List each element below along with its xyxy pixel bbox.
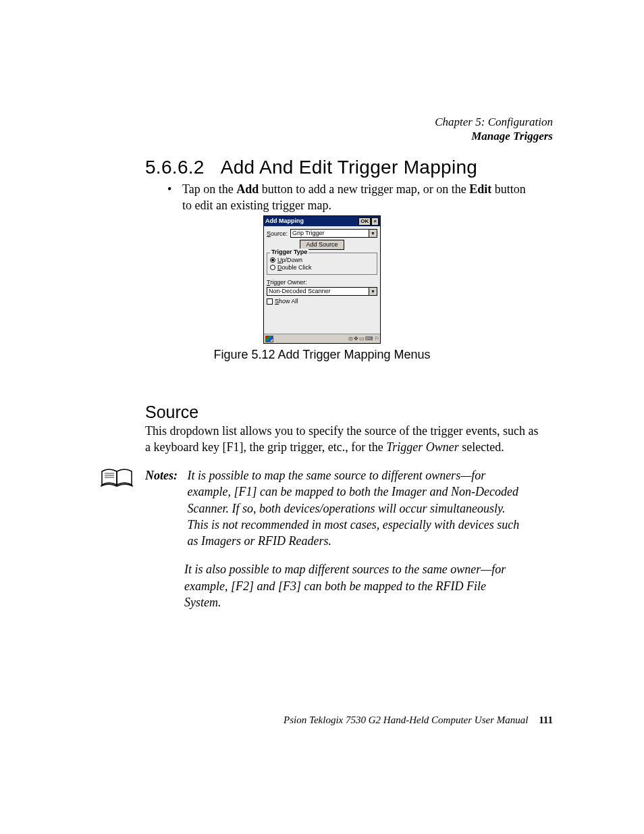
- notes-block: Notes: It is possible to map the same so…: [145, 467, 537, 610]
- intro-mid: button to add a new trigger map, or on t…: [259, 182, 469, 196]
- notes-p2: It is also possible to map different sou…: [184, 561, 525, 610]
- footer: Psion Teklogix 7530 G2 Hand-Held Compute…: [284, 714, 553, 726]
- dialog-titlebar: Add Mapping OK ×: [264, 216, 380, 226]
- start-icon[interactable]: [265, 336, 273, 342]
- section-heading: 5.6.6.2Add And Edit Trigger Mapping: [145, 157, 477, 178]
- source-post: selected.: [459, 440, 504, 454]
- dialog-title: Add Mapping: [265, 216, 358, 226]
- running-head: Chapter 5: Configuration Manage Triggers: [435, 115, 553, 144]
- source-label: Source:: [267, 230, 288, 237]
- radio-icon[interactable]: [270, 265, 275, 270]
- intro-pre: Tap on the: [182, 182, 236, 196]
- chevron-down-icon[interactable]: ▼: [369, 287, 377, 296]
- source-combo[interactable]: Grip Trigger ▼: [290, 229, 377, 238]
- heading-number: 5.6.6.2: [145, 157, 205, 178]
- radio-double-click[interactable]: Double Click: [270, 264, 374, 271]
- trigger-type-group: Trigger Type Up/Down Double Click: [267, 253, 377, 275]
- page-number: 111: [539, 714, 553, 725]
- add-mapping-dialog: Add Mapping OK × Source: Grip Trigger ▼ …: [263, 215, 381, 344]
- checkbox-icon[interactable]: [267, 298, 273, 305]
- figure-caption: Figure 5.12 Add Trigger Mapping Menus: [0, 348, 644, 362]
- figure: Add Mapping OK × Source: Grip Trigger ▼ …: [0, 215, 644, 362]
- ok-button[interactable]: OK: [358, 217, 371, 226]
- section-line: Manage Triggers: [435, 129, 553, 143]
- source-combo-value[interactable]: Grip Trigger: [290, 229, 369, 238]
- trigger-owner-combo[interactable]: Non-Decoded Scanner ▼: [267, 287, 377, 296]
- taskbar: ◎ ✥ ▭ ⌨ ⚐: [264, 334, 380, 343]
- intro-paragraph: • Tap on the Add button to add a new tri…: [182, 181, 533, 214]
- footer-text: Psion Teklogix 7530 G2 Hand-Held Compute…: [284, 714, 528, 725]
- trigger-owner-value[interactable]: Non-Decoded Scanner: [267, 287, 369, 296]
- close-button[interactable]: ×: [371, 217, 379, 226]
- source-subheading: Source: [145, 402, 198, 422]
- source-em: Trigger Owner: [386, 440, 459, 454]
- chevron-down-icon[interactable]: ▼: [369, 229, 377, 238]
- page: Chapter 5: Configuration Manage Triggers…: [0, 0, 644, 834]
- trigger-owner-label: Trigger Owner:: [267, 279, 377, 286]
- radio-icon[interactable]: [270, 257, 275, 263]
- notes-label: Notes:: [145, 467, 184, 484]
- book-icon: [99, 466, 138, 493]
- heading-title: Add And Edit Trigger Mapping: [221, 157, 477, 178]
- trigger-type-legend: Trigger Type: [270, 249, 308, 255]
- source-paragraph: This dropdown list allows you to specify…: [145, 423, 543, 456]
- notes-p1: It is possible to map the same source to…: [188, 467, 529, 549]
- chapter-line: Chapter 5: Configuration: [435, 115, 553, 129]
- show-all-checkbox[interactable]: Show All: [267, 298, 377, 305]
- intro-bold-edit: Edit: [469, 182, 491, 196]
- radio-up-down[interactable]: Up/Down: [270, 257, 374, 263]
- intro-bold-add: Add: [236, 182, 259, 196]
- system-tray: ◎ ✥ ▭ ⌨ ⚐: [348, 336, 379, 342]
